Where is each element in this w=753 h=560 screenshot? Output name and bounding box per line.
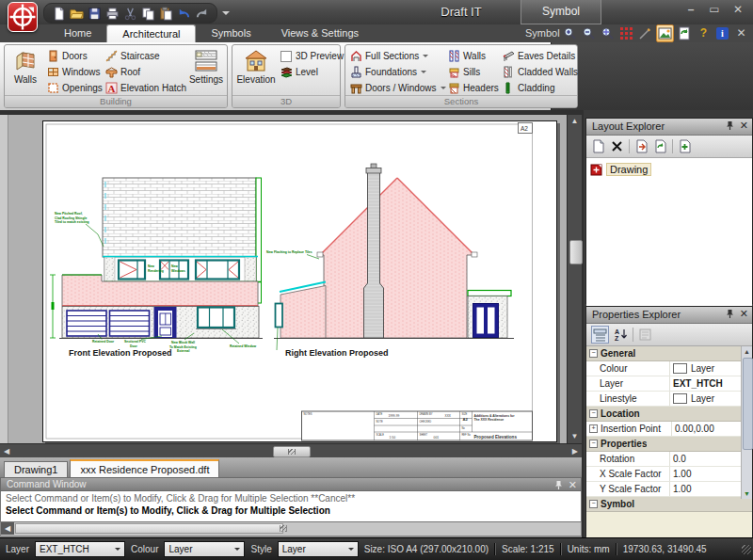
tab-drawing1[interactable]: Drawing1	[4, 461, 68, 477]
pin-icon[interactable]	[726, 309, 734, 319]
qat-customize-dropdown-icon[interactable]	[222, 11, 230, 15]
maximize-button[interactable]: ▭	[707, 3, 722, 16]
categorized-view-icon[interactable]	[591, 326, 609, 344]
pin-icon[interactable]	[554, 480, 563, 490]
vertical-scroll-thumb[interactable]	[569, 240, 583, 264]
print-icon[interactable]	[105, 7, 120, 21]
grid-scroll-thumb[interactable]	[743, 358, 753, 450]
resize-grip[interactable]	[742, 545, 751, 554]
cladding-button[interactable]: Cladding	[500, 80, 575, 96]
help-icon[interactable]: ?	[696, 25, 712, 41]
tab-home[interactable]: Home	[49, 24, 106, 42]
pin-icon[interactable]	[726, 120, 734, 131]
command-history[interactable]: Select Command or Item(s) to Modify, Cli…	[0, 491, 582, 522]
close-panel-icon[interactable]: ✕	[740, 308, 748, 319]
new-layout-icon[interactable]	[591, 139, 605, 153]
scroll-up-icon[interactable]: ▲	[569, 116, 580, 127]
property-row-rotation[interactable]: Rotation0.0	[586, 452, 752, 467]
style-dropdown[interactable]: Layer	[278, 541, 359, 557]
tab-architectural[interactable]: Architectural	[106, 24, 196, 42]
doors-button[interactable]: Doors	[44, 48, 103, 64]
roof-button[interactable]: Roof	[103, 64, 187, 80]
layout-explorer-titlebar[interactable]: Layout Explorer ✕	[586, 119, 752, 136]
settings-button[interactable]: Settings	[187, 46, 225, 99]
cladded-walls-button[interactable]: Cladded Walls	[500, 64, 575, 80]
toolbar-close-icon[interactable]: ✕	[733, 25, 749, 41]
property-row-colour[interactable]: ColourLayer	[586, 361, 752, 376]
new-file-icon[interactable]	[52, 7, 66, 21]
command-scroll-thumb[interactable]	[15, 523, 283, 534]
property-row-insertion-point[interactable]: +Insertion Point0.00,0.00	[586, 422, 752, 437]
cut-icon[interactable]	[123, 7, 137, 21]
category-properties[interactable]: −Properties	[586, 437, 752, 452]
ortho-line-icon[interactable]	[637, 25, 653, 41]
copy-icon[interactable]	[141, 7, 155, 21]
drawing-canvas[interactable]: A2	[0, 115, 567, 443]
canvas-horizontal-scrollbar[interactable]: ◀ ▶	[0, 443, 582, 457]
full-sections-button[interactable]: Full Sections	[347, 48, 445, 64]
checkbox-icon[interactable]	[280, 51, 292, 62]
property-row-layer[interactable]: LayerEXT_HTCH	[586, 376, 752, 392]
openings-button[interactable]: Openings	[44, 80, 103, 96]
close-button[interactable]: ✕	[730, 3, 745, 16]
sills-button[interactable]: Sills	[445, 64, 500, 80]
insert-layout-icon[interactable]	[678, 139, 692, 153]
command-window-titlebar[interactable]: Command Window ✕	[0, 477, 582, 491]
drawing-sheet[interactable]: A2	[42, 120, 557, 442]
info-icon[interactable]: i	[714, 25, 730, 41]
scroll-down-icon[interactable]: ▼	[569, 431, 580, 442]
scroll-left-icon[interactable]: ◀	[1, 522, 14, 535]
canvas-vertical-scrollbar[interactable]: ▲ ▼	[567, 115, 582, 443]
tab-views-settings[interactable]: Views & Settings	[266, 24, 374, 42]
close-panel-icon[interactable]: ✕	[740, 120, 748, 131]
paste-icon[interactable]	[159, 7, 173, 21]
alphabetical-sort-icon[interactable]: AZ	[614, 328, 628, 342]
dropdown-icon[interactable]	[421, 71, 426, 73]
layout-item-drawing[interactable]: Drawing	[590, 163, 748, 176]
scroll-up-icon[interactable]: ▲	[742, 346, 752, 357]
windows-button[interactable]: Windows	[44, 64, 103, 80]
property-grid-scrollbar[interactable]: ▲ ▼	[741, 346, 752, 499]
scroll-left-icon[interactable]: ◀	[4, 446, 9, 456]
scroll-down-icon[interactable]: ▼	[742, 488, 752, 499]
elevation-hatch-button[interactable]: AElevation Hatch	[103, 80, 187, 96]
command-scrollbar[interactable]: ◀	[0, 522, 582, 536]
foundations-button[interactable]: Foundations	[347, 64, 445, 80]
property-row-x-scale[interactable]: X Scale Factor1.00	[586, 467, 752, 482]
staircase-button[interactable]: Staircase	[103, 48, 187, 64]
delete-layout-icon[interactable]	[610, 139, 624, 153]
colour-dropdown[interactable]: Layer	[164, 541, 245, 557]
symbol-panel-title[interactable]: Symbol	[521, 0, 601, 24]
grid-snap-icon[interactable]	[618, 25, 634, 41]
tab-symbols[interactable]: Symbols	[196, 24, 265, 42]
minimize-button[interactable]: –	[683, 3, 698, 16]
save-icon[interactable]	[88, 7, 102, 21]
category-location[interactable]: −Location	[586, 407, 752, 422]
headers-button[interactable]: Headers	[445, 80, 500, 96]
open-file-icon[interactable]	[70, 7, 84, 21]
redo-icon[interactable]	[195, 7, 209, 21]
export-layout-icon[interactable]	[634, 139, 649, 153]
properties-explorer-titlebar[interactable]: Properties Explorer ✕	[586, 307, 752, 324]
undo-icon[interactable]	[177, 7, 191, 21]
property-row-linestyle[interactable]: LinestyleLayer	[586, 392, 752, 407]
eaves-details-button[interactable]: Eaves Details	[500, 48, 575, 64]
layer-dropdown[interactable]: EXT_HTCH	[35, 541, 125, 557]
category-symbol[interactable]: −Symbol	[586, 497, 752, 512]
dropdown-icon[interactable]	[423, 55, 428, 57]
category-general[interactable]: −General	[586, 346, 752, 361]
zoom-out-icon[interactable]	[581, 25, 597, 41]
3d-preview-checkbox[interactable]: 3D Preview	[278, 48, 338, 64]
close-panel-icon[interactable]: ✕	[569, 479, 577, 490]
app-menu-button[interactable]	[8, 2, 38, 32]
level-button[interactable]: Level	[278, 64, 338, 80]
scroll-right-icon[interactable]: ▶	[572, 446, 578, 456]
property-row-y-scale[interactable]: Y Scale Factor1.00	[586, 482, 752, 497]
tab-residence-proposed[interactable]: xxx Residence Proposed.dft	[70, 459, 219, 477]
zoom-extents-icon[interactable]	[600, 25, 616, 41]
horizontal-scroll-thumb[interactable]	[273, 446, 311, 457]
doors-windows-section-button[interactable]: Doors / Windows	[347, 80, 445, 96]
zoom-in-icon[interactable]	[562, 25, 578, 41]
walls-section-button[interactable]: Walls	[445, 48, 500, 64]
insert-image-tool-icon[interactable]	[656, 24, 674, 42]
